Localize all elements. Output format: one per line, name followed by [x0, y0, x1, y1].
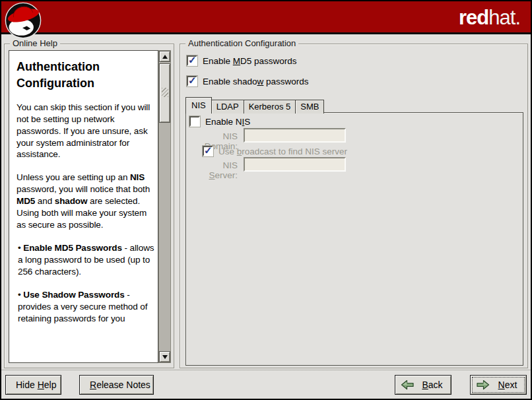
- hide-help-label: Hide Help: [16, 380, 57, 390]
- use-broadcast-label: Use broadcast to find NIS server: [218, 147, 347, 156]
- help-bullet-md5: • Enable MD5 Passwords - allows a long p…: [18, 242, 154, 278]
- enable-shadow-label: Enable shadow passwords: [203, 77, 309, 86]
- arrow-up-icon: [162, 55, 168, 59]
- online-help-frame-label: Online Help: [10, 38, 60, 48]
- nis-server-label: NIS Server:: [193, 160, 238, 180]
- tab-kerberos5[interactable]: Kerberos 5: [244, 100, 296, 114]
- nis-tab-panel: ✓ Enable NIS NIS Domain: ✓ Use broadcast…: [185, 112, 523, 366]
- use-broadcast-checkbox-row[interactable]: ✓ Use broadcast to find NIS server: [203, 146, 347, 156]
- release-notes-button[interactable]: Release Notes: [79, 375, 154, 395]
- back-label: Back: [419, 380, 446, 390]
- enable-nis-label: Enable NIS: [205, 117, 250, 127]
- help-text-viewport: Authentication Configuration You can ski…: [9, 50, 158, 363]
- next-arrow-icon: [476, 380, 490, 390]
- check-icon: ✓: [188, 54, 197, 66]
- top-banner: redhat.: [1, 1, 531, 34]
- help-paragraph: You can skip this section if you will no…: [17, 102, 154, 161]
- help-paragraph: Unless you are setting up an NIS passwor…: [17, 172, 154, 231]
- next-button[interactable]: Next: [470, 375, 527, 395]
- redhat-shadowman-logo-icon: [5, 2, 42, 39]
- wordmark-light: hat.: [488, 6, 520, 29]
- wordmark-bold: red: [459, 6, 488, 29]
- auth-config-frame-label: Authentication Configuration: [185, 38, 298, 48]
- tab-ldap[interactable]: LDAP: [211, 100, 244, 114]
- nis-domain-input[interactable]: [244, 128, 346, 143]
- next-label: Next: [494, 380, 521, 390]
- enable-nis-checkbox-row[interactable]: ✓ Enable NIS: [189, 116, 250, 127]
- check-icon: ✓: [188, 75, 197, 86]
- installer-window: redhat. Online Help Authentication Confi…: [0, 0, 532, 400]
- tab-nis[interactable]: NIS: [185, 97, 212, 114]
- use-broadcast-checkbox[interactable]: ✓: [203, 146, 213, 156]
- back-arrow-icon: [401, 380, 415, 390]
- enable-md5-label: Enable MD5 passwords: [203, 56, 297, 66]
- help-scrollbar[interactable]: [158, 50, 171, 363]
- back-button[interactable]: Back: [395, 375, 451, 395]
- scrollbar-grip: [162, 88, 168, 97]
- enable-md5-checkbox-row[interactable]: ✓ Enable MD5 passwords: [187, 55, 297, 66]
- scroll-down-button[interactable]: [159, 351, 170, 362]
- help-bullet-shadow: • Use Shadow Passwords - provides a very…: [18, 289, 154, 325]
- tab-smb[interactable]: SMB: [295, 100, 324, 114]
- footer-separator: [1, 370, 531, 371]
- nis-server-input[interactable]: [244, 157, 346, 172]
- online-help-frame: Online Help Authentication Configuration…: [4, 44, 174, 368]
- enable-nis-checkbox[interactable]: ✓: [189, 116, 200, 127]
- check-icon: ✓: [204, 145, 213, 156]
- auth-tabbar: NIS LDAP Kerberos 5 SMB: [185, 97, 324, 114]
- help-title: Authentication Configuration: [17, 59, 154, 92]
- scroll-up-button[interactable]: [159, 51, 170, 62]
- arrow-down-icon: [162, 355, 168, 359]
- enable-shadow-checkbox-row[interactable]: ✓ Enable shadow passwords: [187, 76, 309, 86]
- release-notes-label: Release Notes: [90, 380, 150, 390]
- redhat-wordmark: redhat.: [459, 6, 520, 30]
- enable-shadow-checkbox[interactable]: ✓: [187, 76, 197, 86]
- hide-help-button[interactable]: Hide Help: [5, 375, 61, 395]
- auth-config-frame: Authentication Configuration ✓ Enable MD…: [180, 44, 528, 368]
- enable-md5-checkbox[interactable]: ✓: [187, 55, 197, 66]
- scrollbar-thumb[interactable]: [159, 63, 170, 123]
